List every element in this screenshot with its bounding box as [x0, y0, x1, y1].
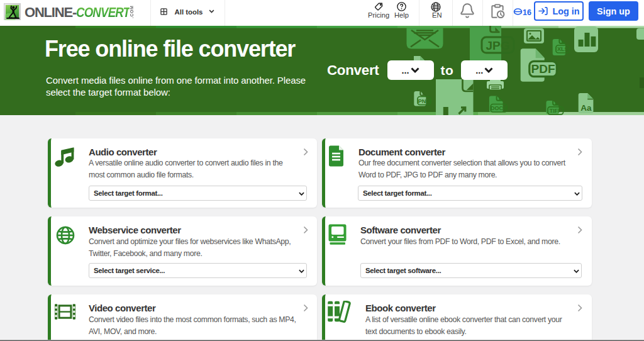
- svg-text:PDF: PDF: [531, 62, 555, 75]
- svg-text:JPG: JPG: [486, 39, 509, 52]
- svg-text:TIFF: TIFF: [550, 108, 562, 114]
- svg-text:XLS: XLS: [557, 46, 569, 52]
- svg-text:Aa: Aa: [580, 103, 592, 113]
- svg-text:DOCX: DOCX: [491, 105, 507, 111]
- svg-text:PNG: PNG: [418, 98, 431, 104]
